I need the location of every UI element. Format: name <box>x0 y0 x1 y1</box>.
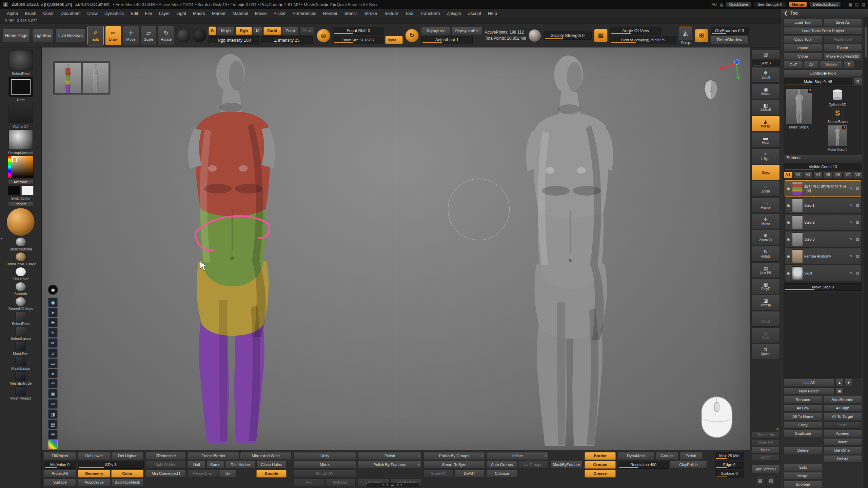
rail-button[interactable]: ▦ PolyF <box>751 279 780 294</box>
visibility-eye-icon[interactable]: ◉ <box>786 220 791 225</box>
current-material-thumbnail[interactable] <box>8 129 33 150</box>
tool-button[interactable]: Clone <box>784 53 822 60</box>
activity-icon[interactable]: ▤ <box>719 2 723 7</box>
overlay-tool-icon[interactable] <box>48 440 58 449</box>
menu-item[interactable]: Picker <box>270 10 289 17</box>
make-step-slider[interactable]: Make Step 0. 48 <box>784 78 852 85</box>
subtool-row[interactable]: ◉ Step 1 ✎ ⊡ <box>785 197 861 214</box>
visibility-eye-icon[interactable]: ◉ <box>786 237 791 242</box>
subtool-row[interactable]: ◉ Step 3 ✎ ⊡ <box>785 231 861 247</box>
spix-slider[interactable]: SPix 3 <box>752 60 780 66</box>
mode-button[interactable]: ✛ Move <box>123 26 139 45</box>
menu-item[interactable]: Preferences <box>289 10 320 17</box>
tool-panel-scrollbar[interactable] <box>864 17 868 488</box>
bottom-button[interactable]: Polish <box>679 452 702 460</box>
rail-button[interactable]: Gxyz <box>751 165 780 180</box>
menu-item[interactable]: Light <box>173 10 190 17</box>
bottom-button[interactable]: Groups <box>585 461 616 469</box>
menu-item[interactable]: Transform <box>417 10 443 17</box>
angle-of-view-icon[interactable]: ▦ <box>594 29 608 42</box>
menu-item[interactable]: Help <box>485 10 500 17</box>
menu-item[interactable]: Marker <box>209 10 229 17</box>
bottom-button[interactable]: Colorize <box>487 470 517 477</box>
recent-tool-thumbnail[interactable]: 7 <box>828 125 847 147</box>
alternate-button[interactable]: Alternate <box>8 179 33 185</box>
overlay-tool-icon[interactable]: ☰ <box>48 430 58 439</box>
menu-item[interactable]: Render <box>320 10 341 17</box>
texture-strip-button[interactable]: Texture On <box>752 432 780 439</box>
rail-button[interactable]: ↻ Rotate <box>751 246 780 262</box>
view-tab[interactable]: V4 <box>813 171 823 178</box>
alpha-picker-icon[interactable] <box>193 29 206 42</box>
subtool-action-button[interactable]: Delete <box>784 447 822 454</box>
overlay-tool-icon[interactable]: ▭ <box>48 359 58 368</box>
bottom-button[interactable]: Uv Groups <box>518 461 548 469</box>
import-button[interactable]: Import <box>8 201 33 207</box>
bottom-button[interactable]: Color <box>111 470 143 477</box>
quick-item[interactable]: MaskPen <box>1 342 41 355</box>
bottom-button[interactable]: MergeDown <box>188 470 218 477</box>
rgb-intensity-slider[interactable]: Rgb Intensity 100 <box>209 36 260 44</box>
menu-item[interactable]: Material <box>229 10 252 17</box>
quick-item[interactable]: MaskLasso <box>1 357 41 370</box>
mode-button[interactable]: ↻ Rotate <box>158 26 174 45</box>
menu-item[interactable]: Tool <box>402 10 417 17</box>
rail-button[interactable]: ◎ Solo <box>751 327 780 343</box>
bottom-button[interactable]: Uv <box>219 470 237 477</box>
texture-strip-button[interactable]: Clone Txtr <box>752 439 780 446</box>
subtool-action-button[interactable]: Insert <box>823 438 862 446</box>
tool-button[interactable]: Import <box>784 44 822 52</box>
move-up-icon[interactable]: ▲ <box>835 379 844 386</box>
visibility-eye-icon[interactable]: ◉ <box>786 203 791 208</box>
current-tool-thumbnail[interactable]: 7 <box>786 88 813 124</box>
default-zscript-button[interactable]: DefaultZScript <box>810 2 841 7</box>
view-tab[interactable]: V3 <box>804 171 813 178</box>
menu-item[interactable]: Color <box>40 10 57 17</box>
draw-size-icon[interactable]: ◎ <box>317 29 330 42</box>
subtool-action-button[interactable]: Boolean <box>784 481 822 488</box>
visibility-eye-icon[interactable]: ◉ <box>786 271 791 276</box>
overlay-tool-icon[interactable]: ● <box>48 369 58 378</box>
zsub-button[interactable]: Zsub <box>282 27 298 35</box>
bottom-button[interactable]: MidValue 0 <box>44 461 76 469</box>
bottom-button[interactable]: Mirror <box>294 461 356 469</box>
folder-add-icon[interactable]: ▣ <box>835 387 844 395</box>
subtool-action-button[interactable]: Del All <box>823 455 862 463</box>
bottom-button[interactable]: Resolution 400 <box>618 461 669 469</box>
stroke-picker-icon[interactable] <box>177 29 190 42</box>
bottom-button[interactable]: Double <box>256 470 287 477</box>
help-doc-icon[interactable]: ▥ <box>862 2 865 7</box>
subtool-paint-icon[interactable]: ⊡ <box>855 271 860 275</box>
tool-button[interactable]: R <box>843 61 855 68</box>
secondary-color-swatch[interactable] <box>21 186 34 195</box>
replay-icon[interactable]: ↻ <box>405 29 419 42</box>
menu-item[interactable]: Macro <box>190 10 209 17</box>
mode-button[interactable]: ▱ Scale <box>140 26 157 45</box>
menu-item[interactable]: Dynamics <box>101 10 127 17</box>
visibility-eye-icon[interactable]: ◉ <box>786 254 791 259</box>
bottom-button[interactable]: Same <box>206 461 224 469</box>
subtool-section-header[interactable]: Subtool <box>784 155 862 162</box>
subtool-brush-icon[interactable]: ✎ <box>849 187 854 190</box>
bottom-button[interactable]: Inflate <box>487 452 548 460</box>
obj-shadow-icon[interactable]: ⊞ <box>695 29 708 42</box>
rail-button[interactable]: ▤ Line Fill <box>751 262 780 278</box>
subtool-make-step-row[interactable]: Make Step 0 <box>784 283 862 291</box>
tool-button[interactable]: Save As <box>823 19 862 26</box>
adjust-last-slider[interactable]: AdjustLast 1 <box>421 36 473 44</box>
current-stroke-thumbnail[interactable] <box>8 77 33 97</box>
overlay-tool-icon[interactable]: ▣ <box>48 389 58 399</box>
bottom-button[interactable]: ClayPolish <box>670 461 707 469</box>
subtool-action-button[interactable]: AutoReorder <box>823 396 862 403</box>
menu-item[interactable]: Movie <box>252 10 270 17</box>
quicksave-button[interactable]: QuickSave <box>726 2 751 7</box>
quick-item[interactable]: MeshExtrude <box>1 371 41 385</box>
bottom-button[interactable]: Crease <box>585 470 616 477</box>
bottom-button[interactable]: Half <box>188 461 205 469</box>
current-alpha-thumbnail[interactable] <box>8 103 33 123</box>
layers-icon[interactable]: ▤ <box>766 476 776 485</box>
quick-item[interactable]: BasicMaterial <box>1 237 41 251</box>
sculpt-model-gray[interactable] <box>504 50 636 447</box>
subtool-action-button[interactable]: All To Target <box>823 413 862 420</box>
rail-button[interactable]: ◌ Ghost <box>751 311 780 327</box>
